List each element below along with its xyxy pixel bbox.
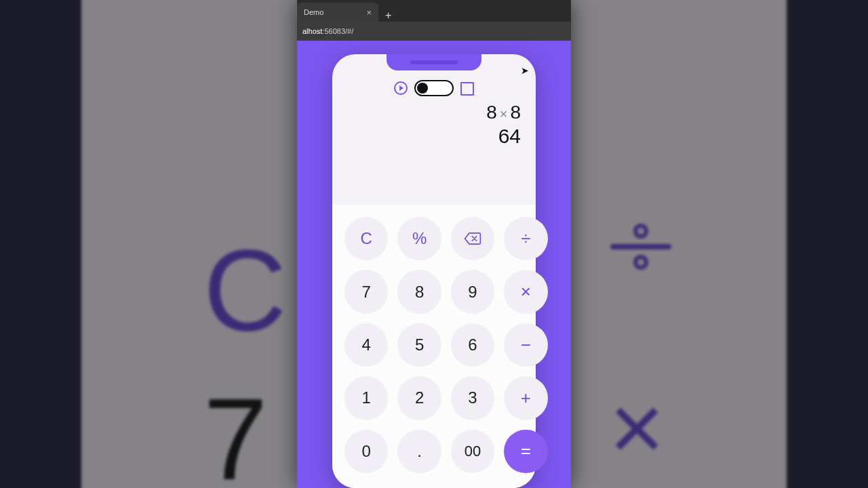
url-path: :56083/#/: [322, 27, 353, 35]
app-window: Demo × + alhost:56083/#/ ➤: [297, 0, 571, 488]
history-icon[interactable]: [460, 82, 474, 94]
mouse-cursor-icon: ➤: [521, 65, 529, 76]
expr-rhs: 8: [510, 102, 521, 123]
phone-mockup: ➤ 8 × 8 64 C %: [332, 54, 536, 488]
browser-address-bar[interactable]: alhost:56083/#/: [297, 22, 571, 41]
key-minus[interactable]: −: [504, 323, 547, 367]
bg-multiply-label: ×: [609, 373, 665, 483]
result: 64: [347, 125, 521, 148]
key-7[interactable]: 7: [344, 270, 388, 313]
key-4[interactable]: 4: [344, 323, 388, 367]
bg-divide-icon: [610, 224, 671, 270]
new-tab-button[interactable]: +: [378, 9, 398, 22]
key-9[interactable]: 9: [451, 270, 494, 313]
key-00[interactable]: 00: [451, 430, 494, 473]
key-equals[interactable]: =: [504, 430, 547, 473]
key-5[interactable]: 5: [397, 323, 441, 367]
key-2[interactable]: 2: [397, 376, 441, 420]
theme-toggle[interactable]: [414, 80, 454, 96]
expr-lhs: 8: [486, 102, 497, 123]
key-3[interactable]: 3: [451, 376, 494, 420]
browser-tabbar: Demo × +: [297, 0, 571, 22]
key-6[interactable]: 6: [451, 323, 494, 367]
expr-op: ×: [498, 106, 509, 122]
toggle-knob: [417, 83, 428, 94]
notch-bar: [410, 60, 458, 64]
key-0[interactable]: 0: [344, 430, 388, 473]
play-icon[interactable]: [394, 81, 408, 95]
key-clear[interactable]: C: [344, 217, 388, 260]
calculator-display: 8 × 8 64: [332, 96, 536, 205]
key-plus[interactable]: +: [504, 376, 547, 420]
bg-seven-label: 7: [203, 373, 268, 488]
backspace-icon: [464, 232, 481, 245]
phone-notch: [387, 54, 481, 70]
close-icon[interactable]: ×: [366, 7, 372, 18]
key-dot[interactable]: .: [397, 430, 441, 473]
keypad: C % ÷ 7 8 9 × 4 5 6 −: [332, 205, 536, 488]
bg-clear-label: C: [203, 224, 287, 357]
key-multiply[interactable]: ×: [504, 270, 547, 313]
key-backspace[interactable]: [451, 217, 494, 260]
url-host: alhost: [302, 27, 322, 35]
expression: 8 × 8: [347, 102, 521, 123]
app-surface: ➤ 8 × 8 64 C %: [297, 41, 571, 488]
key-1[interactable]: 1: [344, 376, 388, 420]
key-percent[interactable]: %: [397, 217, 441, 260]
key-divide[interactable]: ÷: [504, 217, 547, 260]
tab-title: Demo: [304, 8, 323, 16]
top-controls: [332, 80, 536, 96]
key-8[interactable]: 8: [397, 270, 441, 313]
browser-tab[interactable]: Demo ×: [297, 3, 378, 22]
